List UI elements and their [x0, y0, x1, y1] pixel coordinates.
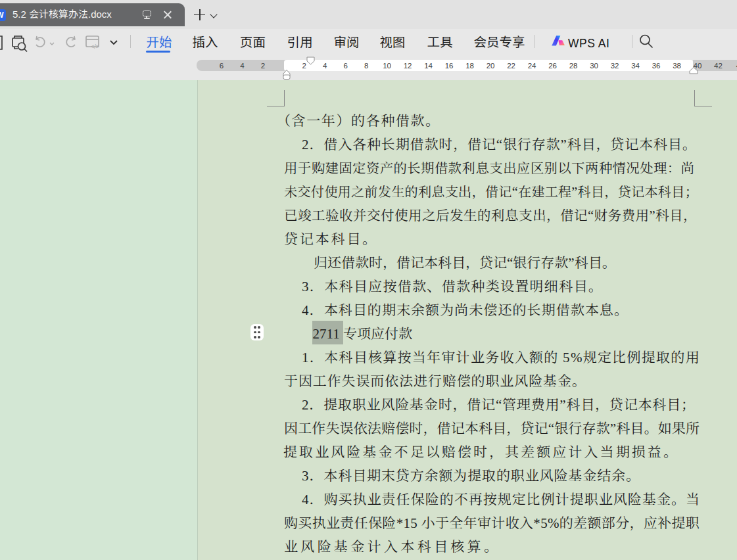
svg-text:</>: </>	[91, 43, 99, 50]
